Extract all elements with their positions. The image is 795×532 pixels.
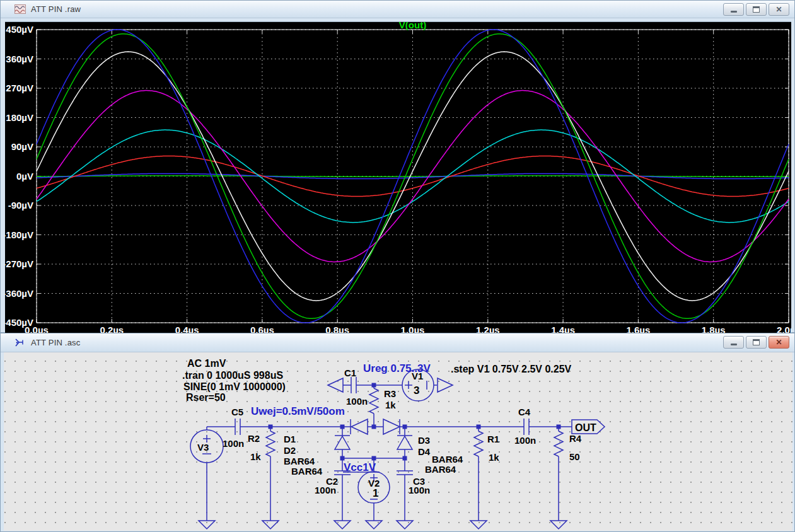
minimize-icon (731, 344, 737, 345)
resistor-R3 (369, 388, 378, 413)
schematic-window: ATT PIN .asc ✕ AC 1mV.tran 0 1000uS 998u… (0, 333, 795, 532)
restore-icon (753, 6, 760, 13)
waveform-plot[interactable]: 450µV360µV270µV180µV90µV0µV-90µV-180µV-2… (5, 21, 791, 334)
close-icon: ✕ (775, 6, 782, 13)
schematic-text-directive: Rser=50 (186, 392, 226, 403)
y-tick-label: 360µV (6, 54, 33, 64)
ground-symbol (397, 521, 413, 529)
waveform-plot-svg: 450µV360µV270µV180µV90µV0µV-90µV-180µV-2… (5, 22, 791, 334)
schematic-text-label: 1k (250, 451, 261, 462)
waveform-window: ATT PIN .raw ✕ 450µV360µV270µV180µV90µV0… (0, 0, 795, 333)
ground-symbol (334, 521, 351, 529)
schematic-text-label: C1 (344, 367, 356, 378)
resistor-R1 (474, 431, 483, 456)
y-tick-label: 90µV (11, 141, 33, 152)
schematic-text-label: R3 (384, 388, 396, 399)
waveform-window-title: ATT PIN .raw (31, 4, 81, 14)
schematic-text-label: 50 (569, 451, 580, 462)
diode-triangle (335, 436, 350, 449)
ground-symbol (366, 521, 382, 529)
y-tick-label: 180µV (6, 112, 33, 123)
junction (340, 425, 345, 429)
grounds (199, 521, 567, 529)
schematic-text-directive: AC 1mV (187, 358, 226, 369)
schematic-text-label: D3 (418, 435, 430, 446)
waveform-icon (15, 4, 26, 14)
minimize-icon (731, 11, 737, 13)
schematic-text-label: BAR64 (432, 454, 463, 465)
restore-button[interactable] (746, 336, 767, 349)
port-arrow-left (328, 378, 343, 392)
schematic-text-label: C5 (231, 407, 243, 417)
minimize-button[interactable] (723, 336, 744, 349)
schematic-text-label: C4 (518, 407, 531, 417)
diode-shunt-left (335, 436, 350, 449)
y-tick-label: -180µV (5, 229, 33, 240)
schematic-text-directive: SINE(0 1mV 1000000) (183, 381, 286, 392)
schematic-text-directive: .step V1 0.75V 2.5V 0.25V (451, 364, 572, 374)
waveform-traces (37, 30, 789, 323)
schematic-text-label: D1 (284, 434, 296, 444)
diode-series-left (351, 419, 368, 434)
y-axis-labels: 450µV360µV270µV180µV90µV0µV-90µV-180µV-2… (5, 24, 33, 328)
resistor-R4 (554, 431, 563, 456)
schematic-root: AC 1mV.tran 0 1000uS 998uSSINE(0 1mV 100… (182, 358, 605, 529)
schematic-text-label: 100n (315, 485, 336, 495)
junction (403, 425, 407, 429)
capacitor-C4 (524, 419, 529, 435)
close-button[interactable]: ✕ (769, 3, 789, 16)
ltspice-workspace: ATT PIN .raw ✕ 450µV360µV270µV180µV90µV0… (0, 0, 795, 532)
schematic-text-label: V1 (412, 371, 423, 381)
schematic-text-comment: Uwej=0.5mV/50om (251, 405, 345, 417)
schematic-window-buttons: ✕ (723, 336, 789, 349)
schematic-text-label: D4 (418, 446, 431, 457)
y-tick-label: 270µV (6, 83, 33, 93)
diode-series-right (383, 419, 400, 434)
schematic-text-comment: Vcc1V (344, 461, 376, 473)
schematic-text-label: 100n (514, 435, 536, 446)
junction (477, 425, 481, 429)
plot-root: 450µV360µV270µV180µV90µV0µV-90µV-180µV-2… (5, 22, 791, 334)
ground-symbol (262, 521, 279, 529)
close-button[interactable]: ✕ (769, 336, 789, 349)
schematic-text-label: 1k (385, 400, 396, 410)
ground-symbol (470, 521, 487, 529)
schematic-text-label: R1 (487, 434, 499, 444)
junction (372, 425, 376, 429)
schematic-text-label: BAR64 (284, 456, 315, 466)
junction (372, 456, 376, 461)
capacitor-C3 (397, 471, 413, 475)
schematic-text-label: R4 (569, 433, 582, 444)
restore-button[interactable] (746, 3, 767, 16)
capacitor-C5 (235, 419, 240, 435)
waveform-window-buttons: ✕ (723, 3, 789, 16)
schematic-text-label: BAR64 (291, 466, 323, 477)
schematic-text-port: OUT (575, 422, 596, 433)
diode-triangle (351, 419, 368, 434)
resistors (266, 388, 563, 456)
diode-triangle (383, 419, 400, 434)
schematic-text-value: 3 (414, 385, 419, 396)
schematic-text-label: D2 (284, 445, 296, 456)
restore-icon (753, 339, 760, 345)
schematic-canvas[interactable]: AC 1mV.tran 0 1000uS 998uSSINE(0 1mV 100… (4, 352, 792, 531)
schematic-svg: AC 1mV.tran 0 1000uS 998uSSINE(0 1mV 100… (4, 352, 792, 531)
schematic-text-label: V3 (197, 442, 209, 453)
schematic-text-label: 100n (409, 485, 430, 495)
close-icon: ✕ (775, 338, 782, 346)
schematic-text-label: 100n (223, 438, 244, 449)
schematic-window-titlebar[interactable]: ATT PIN .asc ✕ (1, 333, 794, 352)
schematic-text-label: BAR64 (425, 464, 456, 475)
schematic-text-directive: .tran 0 1000uS 998uS (182, 370, 283, 381)
minimize-button[interactable] (723, 3, 744, 16)
diode-triangle (397, 436, 412, 449)
y-tick-label: -90µV (8, 200, 33, 211)
schematic-text-label: 1k (489, 452, 499, 463)
schematic-text-label: R2 (248, 433, 260, 444)
schematic-icon (15, 338, 26, 347)
y-tick-label: 0µV (16, 171, 33, 182)
waveform-trace-step1 (37, 176, 789, 177)
y-tick-label: -270µV (5, 258, 33, 269)
waveform-window-titlebar[interactable]: ATT PIN .raw ✕ (1, 1, 794, 18)
junction (557, 425, 561, 429)
